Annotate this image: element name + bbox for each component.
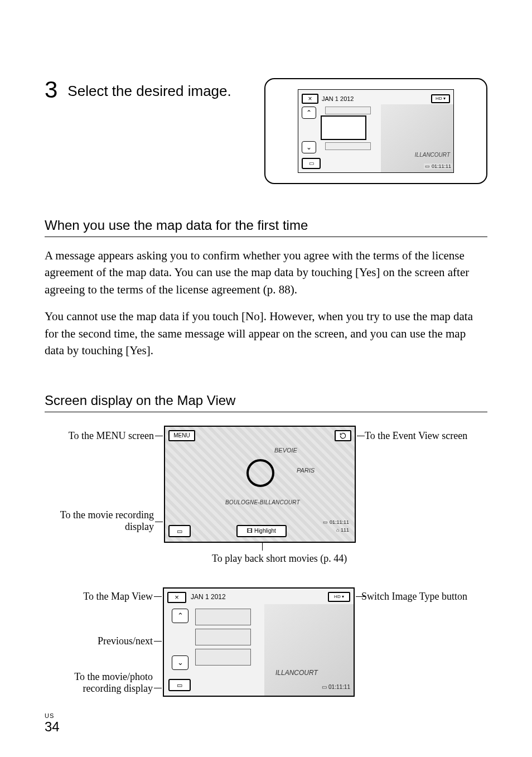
thumbnail[interactable]: [195, 609, 251, 625]
page-number: 34: [45, 719, 60, 735]
map-preview: ILLANCOURT ▭ 01:11:11: [381, 104, 453, 172]
map-view-diagram: To the MENU screen To the movie recordin…: [45, 426, 487, 571]
close-button[interactable]: ×: [302, 94, 318, 104]
callout-line: [155, 522, 163, 522]
event-view-button[interactable]: [335, 430, 351, 441]
map-place-label: PARIS: [297, 467, 315, 474]
region-code: US: [45, 712, 60, 719]
thumbnail-strip: [321, 107, 371, 151]
nav-column: ⌃ ⌄: [302, 107, 318, 153]
close-button[interactable]: ×: [167, 592, 186, 603]
section-heading-screen-display: Screen display on the Map View: [45, 393, 487, 412]
callout-playback-short-movies: To play back short movies (p. 44): [212, 553, 347, 565]
step-number: 3: [45, 78, 57, 102]
step-instruction: Select the desired image.: [67, 83, 231, 100]
callout-switch-image-type: Switch Image Type button: [361, 591, 490, 602]
map-preview: ILLANCOURT ▭ 01:11:11: [264, 604, 354, 696]
screen-date: JAN 1 2012: [322, 95, 354, 102]
refresh-icon: [339, 432, 347, 440]
callout-line: [154, 641, 162, 642]
map-place-label: BOULOGNE-BILLANCOURT: [225, 499, 300, 505]
callout-line: [262, 543, 263, 551]
duration-label: ▭ 01:11:11: [322, 684, 350, 690]
duration-label: ▭ 01:11:11: [323, 519, 349, 525]
map-place-label: ILLANCOURT: [275, 669, 318, 677]
page-footer: US 34: [45, 712, 60, 735]
callout-event-view: To the Event View screen: [365, 430, 487, 442]
up-button[interactable]: ⌃: [302, 107, 316, 119]
record-button[interactable]: ▭: [168, 679, 191, 691]
callout-map-view: To the Map View: [69, 591, 153, 602]
record-button[interactable]: ▭: [302, 158, 321, 169]
page: 3 Select the desired image. × JAN 1 2012…: [0, 0, 532, 757]
thumbnail-strip: [195, 609, 257, 670]
callout-movie-recording: To the movie recording display: [42, 509, 154, 533]
photo-count-label: ⌂ 111: [336, 527, 349, 533]
map-view-screen: MENU BEVOIE PARIS BOULOGNE-BILLANCOURT ▭…: [164, 426, 356, 543]
screen-date: JAN 1 2012: [191, 593, 226, 601]
thumbnail-view-diagram: To the Map View Previous/next To the mov…: [45, 587, 487, 710]
next-button[interactable]: ⌄: [172, 655, 188, 670]
switch-image-type-button[interactable]: HD ▾: [328, 592, 350, 602]
record-button[interactable]: ▭: [168, 525, 191, 537]
callout-line: [357, 436, 365, 436]
callout-line: [154, 596, 162, 597]
callout-menu-screen: To the MENU screen: [54, 430, 154, 442]
thumbnail-selected[interactable]: [321, 115, 366, 140]
callout-line: [155, 436, 163, 436]
previous-button[interactable]: ⌃: [172, 609, 188, 623]
callout-recording-display: To the movie/photo recording display: [42, 671, 153, 695]
screen-topbar: × JAN 1 2012 HD ▾: [302, 93, 450, 104]
map-place-label: ILLANCOURT: [415, 152, 450, 158]
callout-line: [154, 688, 162, 688]
callout-previous-next: Previous/next: [80, 635, 153, 647]
body-paragraph: You cannot use the map data if you touch…: [45, 308, 487, 359]
image-type-button[interactable]: HD ▾: [431, 94, 450, 103]
example-screen-frame: × JAN 1 2012 HD ▾ ⌃ ⌄ ▭ ILLANCOURT ▭ 01:…: [264, 78, 487, 184]
menu-button[interactable]: MENU: [168, 430, 195, 441]
step-row: 3 Select the desired image. × JAN 1 2012…: [45, 78, 487, 184]
section-heading-first-time: When you use the map data for the first …: [45, 218, 487, 237]
map-place-label: BEVOIE: [274, 447, 297, 454]
thumbnail[interactable]: [195, 649, 251, 666]
body-paragraph: A message appears asking you to confirm …: [45, 247, 487, 298]
highlight-button[interactable]: 🎞 Highlight: [236, 525, 287, 537]
thumbnail-view-screen: × JAN 1 2012 HD ▾ ⌃ ⌄ ▭ ILLANCOURT ▭ 01:…: [163, 587, 355, 697]
down-button[interactable]: ⌄: [302, 141, 316, 153]
example-screen: × JAN 1 2012 HD ▾ ⌃ ⌄ ▭ ILLANCOURT ▭ 01:…: [298, 89, 454, 173]
callout-line: [356, 596, 365, 597]
thumbnail[interactable]: [325, 107, 371, 114]
location-marker: [246, 459, 274, 487]
thumbnail[interactable]: [195, 629, 251, 645]
duration-label: ▭ 01:11:11: [424, 163, 452, 169]
thumbnail[interactable]: [325, 142, 371, 150]
